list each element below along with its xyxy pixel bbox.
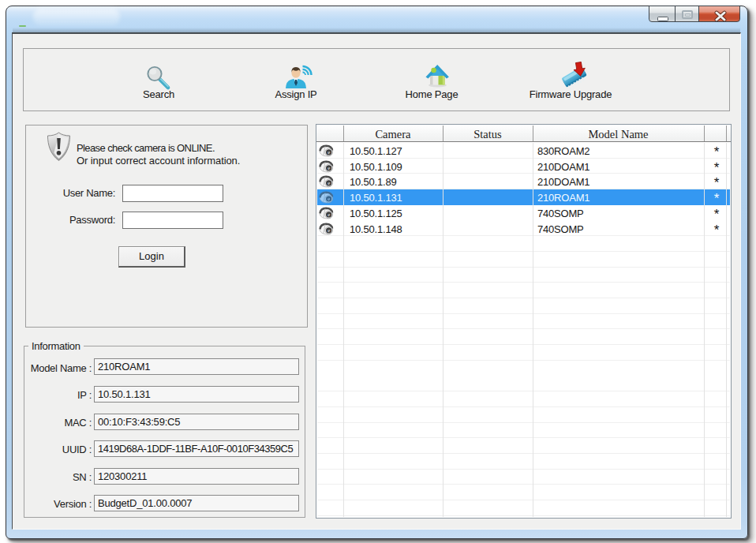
svg-text:e: e (327, 181, 330, 186)
svg-text:e: e (327, 227, 330, 233)
svg-text:e: e (327, 165, 330, 170)
svg-text:e: e (327, 149, 330, 155)
svg-text:e: e (327, 196, 330, 201)
svg-text:e: e (327, 212, 330, 217)
